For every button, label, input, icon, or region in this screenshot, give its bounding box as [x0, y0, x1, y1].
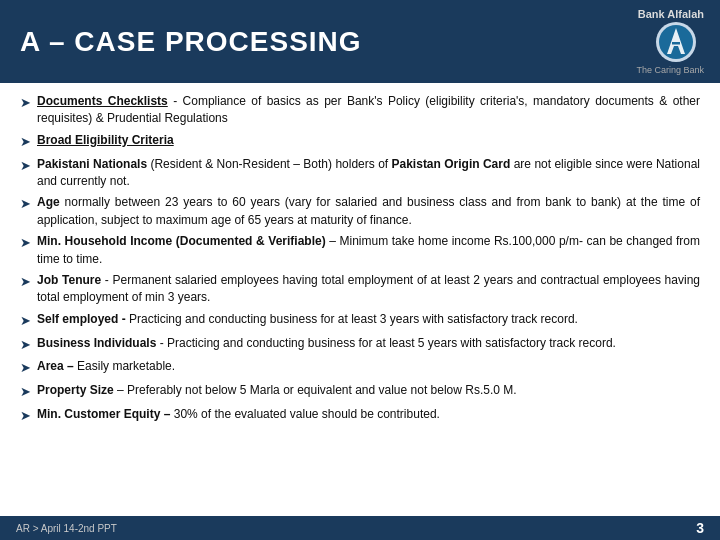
page-number: 3 [696, 520, 704, 536]
item-text: Age normally between 23 years to 60 year… [37, 194, 700, 229]
item-rest: (Resident & Non-Resident – Both) holders… [150, 157, 391, 171]
arrow-icon: ➤ [20, 157, 31, 176]
bold-label: Job Tenure [37, 273, 101, 287]
arrow-icon: ➤ [20, 195, 31, 214]
bold-label: Documents Checklists [37, 94, 168, 108]
list-item: ➤ Age normally between 23 years to 60 ye… [20, 194, 700, 229]
logo-area: Bank Alfalah The Caring Bank [636, 8, 704, 75]
item-rest: 30% of the evaluated value should be con… [174, 407, 440, 421]
item-text: Business Individuals - Practicing and co… [37, 335, 700, 352]
item-text: Min. Customer Equity – 30% of the evalua… [37, 406, 700, 423]
bold-label: Self employed - [37, 312, 126, 326]
item-text: Pakistani Nationals (Resident & Non-Resi… [37, 156, 700, 191]
list-item: ➤ Documents Checklists - Compliance of b… [20, 93, 700, 128]
item-text: Documents Checklists - Compliance of bas… [37, 93, 700, 128]
list-item: ➤ Min. Household Income (Documented & Ve… [20, 233, 700, 268]
arrow-icon: ➤ [20, 336, 31, 355]
arrow-icon: ➤ [20, 383, 31, 402]
bold-label: Business Individuals [37, 336, 156, 350]
list-item: ➤ Min. Customer Equity – 30% of the eval… [20, 406, 700, 426]
item-rest: - Permanent salaried employees having to… [37, 273, 700, 304]
item-text: Broad Eligibility Criteria [37, 132, 700, 149]
item-text: Self employed - Practicing and conductin… [37, 311, 700, 328]
item-text: Property Size – Preferably not below 5 M… [37, 382, 700, 399]
arrow-icon: ➤ [20, 234, 31, 253]
item-rest: Practicing and conducting business for a… [129, 312, 578, 326]
bold-label: Age [37, 195, 60, 209]
bold-label: Min. Household Income (Documented & Veri… [37, 234, 326, 248]
list-item: ➤ Pakistani Nationals (Resident & Non-Re… [20, 156, 700, 191]
arrow-icon: ➤ [20, 94, 31, 113]
item-rest: – Preferably not below 5 Marla or equiva… [117, 383, 517, 397]
item-text: Min. Household Income (Documented & Veri… [37, 233, 700, 268]
item-text: Job Tenure - Permanent salaried employee… [37, 272, 700, 307]
page-title: A – CASE PROCESSING [20, 26, 362, 58]
tagline: The Caring Bank [636, 65, 704, 75]
bold-label: Min. Customer Equity – [37, 407, 170, 421]
item-rest: - Practicing and conducting business for… [160, 336, 616, 350]
arrow-icon: ➤ [20, 312, 31, 331]
header: A – CASE PROCESSING Bank Alfalah The Car… [0, 0, 720, 83]
list-item: ➤ Broad Eligibility Criteria [20, 132, 700, 152]
arrow-icon: ➤ [20, 273, 31, 292]
svg-rect-3 [672, 42, 680, 45]
section-heading: Broad Eligibility Criteria [37, 133, 174, 147]
footer-label: AR > April 14-2nd PPT [16, 523, 117, 534]
list-item: ➤ Self employed - Practicing and conduct… [20, 311, 700, 331]
footer: AR > April 14-2nd PPT 3 [0, 516, 720, 540]
item-rest: normally between 23 years to 60 years (v… [37, 195, 700, 226]
list-item: ➤ Area – Easily marketable. [20, 358, 700, 378]
list-item: ➤ Property Size – Preferably not below 5… [20, 382, 700, 402]
bank-logo [649, 20, 704, 65]
main-content: ➤ Documents Checklists - Compliance of b… [0, 83, 720, 438]
arrow-icon: ➤ [20, 407, 31, 426]
bold-label: Property Size [37, 383, 114, 397]
arrow-icon: ➤ [20, 133, 31, 152]
list-item: ➤ Business Individuals - Practicing and … [20, 335, 700, 355]
arrow-icon: ➤ [20, 359, 31, 378]
bold-label: Area – [37, 359, 74, 373]
bank-name: Bank Alfalah [638, 8, 704, 20]
item-rest: Easily marketable. [77, 359, 175, 373]
bold-label: Pakistan Origin Card [392, 157, 511, 171]
item-text: Area – Easily marketable. [37, 358, 700, 375]
list-item: ➤ Job Tenure - Permanent salaried employ… [20, 272, 700, 307]
bold-label: Pakistani Nationals [37, 157, 147, 171]
